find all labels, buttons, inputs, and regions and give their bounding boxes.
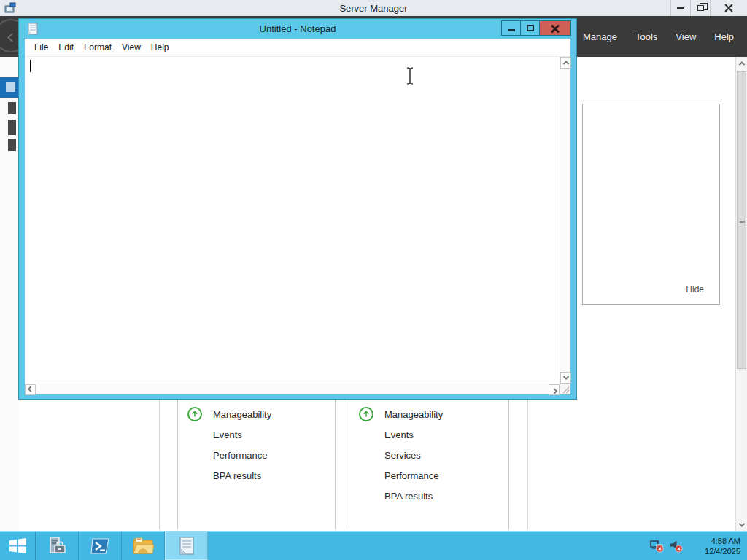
minimize-icon: [677, 7, 684, 9]
sidebar-item-local-server-icon[interactable]: [8, 102, 16, 114]
chevron-up-icon: [562, 61, 568, 66]
notepad-titlebar[interactable]: Untitled - Notepad: [19, 19, 576, 39]
sidebar-fragment: [0, 57, 18, 531]
notepad-window: Untitled - Notepad File Edit Format View…: [18, 18, 577, 400]
tile-link-bpa-results[interactable]: BPA results: [213, 470, 261, 481]
server-manager-scrollbar[interactable]: [735, 57, 747, 531]
dashboard-tile-1: Manageability Events Performance BPA res…: [177, 400, 336, 529]
maximize-icon: [527, 25, 534, 31]
sidebar-item-all-servers-icon[interactable]: [8, 120, 16, 135]
notepad-vertical-scrollbar[interactable]: [560, 57, 570, 384]
status-up-icon: [359, 407, 374, 421]
hide-link[interactable]: Hide: [686, 284, 704, 295]
close-icon: [724, 4, 733, 12]
tile-link-performance[interactable]: Performance: [213, 450, 267, 461]
notepad-menubar: File Edit Format View Help: [25, 39, 570, 57]
tile-link-manageability[interactable]: Manageability: [384, 409, 443, 420]
notepad-text-area[interactable]: [25, 57, 560, 384]
clock-date: 12/4/2025: [688, 546, 740, 556]
taskbar-notepad-button[interactable]: [165, 532, 208, 560]
resize-grip-icon: [560, 384, 570, 394]
menu-view[interactable]: View: [122, 42, 141, 52]
notepad-horizontal-scrollbar[interactable]: [25, 384, 560, 394]
server-manager-icon: [47, 536, 67, 556]
dashboard-icon: [6, 82, 16, 93]
chevron-left-icon: [27, 386, 33, 392]
menu-manage[interactable]: Manage: [583, 31, 617, 42]
dashboard-tile-2: Manageability Events Services Performanc…: [349, 400, 509, 529]
sidebar-item-file-storage-icon[interactable]: [8, 139, 16, 151]
menu-view[interactable]: View: [676, 31, 696, 42]
taskbar-clock[interactable]: 4:58 AM 12/4/2025: [688, 536, 740, 556]
server-manager-menubar: Manage Tools View Help: [583, 16, 734, 57]
menu-help[interactable]: Help: [151, 42, 169, 52]
back-arrow-icon: [7, 33, 17, 42]
menu-edit[interactable]: Edit: [58, 42, 74, 52]
tile-link-events[interactable]: Events: [384, 429, 414, 440]
network-status-icon[interactable]: [650, 539, 664, 553]
powershell-icon: [90, 536, 110, 556]
taskbar: 4:58 AM 12/4/2025: [0, 531, 747, 560]
chevron-right-icon: [551, 388, 557, 394]
tile-link-performance[interactable]: Performance: [384, 470, 438, 481]
tile-link-manageability[interactable]: Manageability: [213, 409, 271, 420]
menu-file[interactable]: File: [34, 42, 48, 52]
tile-link-services[interactable]: Services: [384, 450, 421, 461]
tile-link-bpa-results[interactable]: BPA results: [384, 491, 433, 502]
scroll-down-button[interactable]: [560, 372, 571, 384]
chevron-up-icon: [738, 61, 744, 67]
restore-icon: [697, 5, 704, 11]
chevron-down-icon: [738, 521, 744, 526]
tile-divider: [159, 400, 160, 529]
scroll-down-button[interactable]: [736, 518, 747, 531]
close-button[interactable]: [710, 0, 747, 16]
taskbar-server-manager-button[interactable]: [36, 532, 79, 560]
notepad-icon: [177, 536, 196, 556]
start-button[interactable]: [0, 532, 36, 560]
scrollbar-thumb[interactable]: [737, 71, 746, 369]
close-button[interactable]: [539, 20, 571, 36]
scroll-up-button[interactable]: [560, 57, 571, 69]
sidebar-item-dashboard[interactable]: [0, 77, 18, 98]
resize-grip[interactable]: [560, 384, 570, 394]
server-manager-titlebar: Server Manager: [0, 0, 747, 16]
taskbar-file-explorer-button[interactable]: [122, 532, 165, 560]
taskbar-powershell-button[interactable]: [79, 532, 122, 560]
scroll-right-button[interactable]: [549, 384, 560, 395]
chevron-down-icon: [562, 373, 568, 379]
text-caret: [30, 60, 31, 72]
minimize-button[interactable]: [501, 20, 521, 36]
tile-divider: [527, 400, 528, 529]
ibeam-cursor: [403, 66, 417, 86]
detail-panel: Hide: [582, 104, 720, 305]
scroll-up-button[interactable]: [736, 57, 747, 69]
menu-format[interactable]: Format: [84, 42, 112, 52]
volume-muted-icon[interactable]: [669, 539, 683, 553]
maximize-button[interactable]: [520, 20, 540, 36]
window-title: Server Manager: [0, 3, 747, 14]
windows-logo-icon: [9, 537, 27, 555]
window-title: Untitled - Notepad: [19, 23, 576, 34]
close-icon: [551, 24, 560, 33]
minimize-button[interactable]: [670, 0, 690, 16]
scroll-left-button[interactable]: [25, 384, 36, 395]
clock-time: 4:58 AM: [688, 536, 740, 546]
tile-link-events[interactable]: Events: [213, 429, 242, 440]
restore-button[interactable]: [690, 0, 710, 16]
menu-tools[interactable]: Tools: [635, 31, 657, 42]
file-explorer-icon: [132, 537, 154, 556]
thumb-grip-icon: [740, 219, 745, 223]
minimize-icon: [508, 29, 515, 31]
status-up-icon: [187, 407, 202, 421]
menu-help[interactable]: Help: [714, 31, 734, 42]
